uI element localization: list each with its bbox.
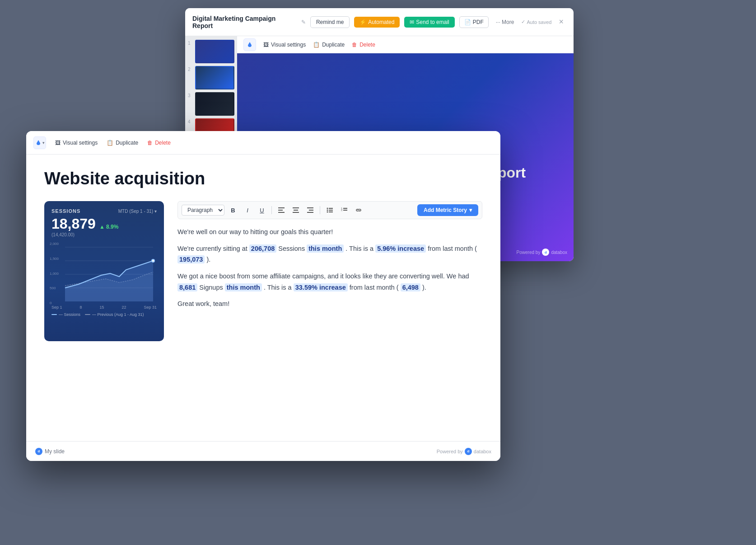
duplicate-icon-front: 📋 xyxy=(107,140,113,146)
slide-toolbar: 🖼 Visual settings 📋 Duplicate 🗑 Delete xyxy=(237,36,574,53)
add-metric-story-button[interactable]: Add Metric Story ▾ xyxy=(417,204,478,216)
svg-rect-10 xyxy=(293,212,299,213)
back-window-title: Digital Marketing Campaign Report xyxy=(192,15,297,29)
svg-text:2.: 2. xyxy=(341,209,343,211)
edit-title-icon[interactable]: ✎ xyxy=(301,19,306,25)
sessions-change-highlight: 5.96% increase xyxy=(375,244,426,253)
slide-image-3 xyxy=(195,92,234,116)
toolbar-divider-1 xyxy=(271,206,272,214)
editor-content: We're well on our way to hitting our goa… xyxy=(177,226,482,310)
bold-button[interactable]: B xyxy=(227,204,239,216)
align-center-icon xyxy=(293,207,299,213)
unordered-list-button[interactable] xyxy=(324,204,336,216)
page-title: Website acquisition xyxy=(44,169,482,188)
databox-logo-back: d xyxy=(542,249,549,256)
paragraph-format-select[interactable]: Paragraph xyxy=(182,205,224,216)
legend-previous-dot xyxy=(85,314,90,315)
dropdown-arrow-icon: ▾ xyxy=(42,141,45,145)
sessions-value-highlight: 206,708 xyxy=(249,244,276,253)
legend-sessions: — Sessions xyxy=(51,312,80,317)
svg-rect-12 xyxy=(309,210,313,211)
link-icon xyxy=(355,207,362,213)
sessions-chart xyxy=(51,243,155,301)
pdf-button[interactable]: 📄 PDF xyxy=(459,16,489,28)
slide-image-2 xyxy=(195,66,234,89)
legend-sessions-dot xyxy=(51,314,57,315)
svg-rect-23 xyxy=(343,210,347,211)
svg-rect-17 xyxy=(329,210,333,211)
visual-settings-btn-front[interactable]: 🖼 Visual settings xyxy=(55,140,98,146)
powered-by-back: Powered by d databox xyxy=(517,249,567,256)
svg-rect-13 xyxy=(307,212,313,213)
content-line-2: We're currently sitting at 206,708 Sessi… xyxy=(177,243,482,265)
front-toolbar: ▾ 🖼 Visual settings 📋 Duplicate 🗑 Delete xyxy=(26,131,500,155)
text-content-area: Paragraph B I U xyxy=(177,201,482,341)
svg-rect-11 xyxy=(307,207,313,208)
mtd-dropdown-icon: ▾ xyxy=(154,209,157,214)
front-droplet-icon xyxy=(35,140,42,146)
svg-point-16 xyxy=(327,210,328,211)
visual-settings-icon-front: 🖼 xyxy=(55,140,61,146)
front-theme-dropdown[interactable]: ▾ xyxy=(33,136,46,149)
content-line-3: We got a nice boost from some affiliate … xyxy=(177,271,482,293)
duplicate-btn-back[interactable]: 📋 Duplicate xyxy=(313,42,345,48)
content-closing: Great work, team! xyxy=(177,298,482,310)
list-ol-icon: 1.2. xyxy=(341,207,347,213)
chart-mtd: MTD (Sep 1 - 31) ▾ xyxy=(118,209,157,214)
legend-previous: — Previous (Aug 1 - Aug 31) xyxy=(85,312,144,317)
my-slide-label: d My slide xyxy=(35,448,65,455)
signups-change-highlight: 33.59% increase xyxy=(294,283,348,291)
italic-button[interactable]: I xyxy=(242,204,253,216)
signups-prev-highlight: 6,498 xyxy=(401,283,420,291)
send-icon: ✉ xyxy=(410,19,414,25)
signups-value-highlight: 8,681 xyxy=(177,283,197,291)
chart-x-labels: Sep 1 8 15 22 Sep 31 xyxy=(51,305,157,310)
front-content: Website acquisition SESSIONS MTD (Sep 1 … xyxy=(26,155,500,350)
chart-legend: — Sessions — Previous (Aug 1 - Aug 31) xyxy=(51,312,157,317)
delete-btn-back[interactable]: 🗑 Delete xyxy=(352,42,375,48)
delete-icon-front: 🗑 xyxy=(147,140,153,146)
delete-icon: 🗑 xyxy=(352,42,357,48)
align-right-button[interactable] xyxy=(304,204,316,216)
droplet-icon xyxy=(247,42,253,48)
svg-rect-15 xyxy=(329,208,333,209)
slide-thumb-2[interactable]: 2 xyxy=(188,66,234,89)
align-left-icon xyxy=(278,207,285,213)
slide-thumb-3[interactable]: 3 xyxy=(188,92,234,116)
chart-prev: (14,420.00) xyxy=(51,232,157,237)
databox-logo-front: d xyxy=(465,448,472,455)
editor-toolbar: Paragraph B I U xyxy=(177,201,482,219)
my-slide-icon: d xyxy=(35,448,42,455)
close-button[interactable]: × xyxy=(556,16,566,28)
pdf-icon: 📄 xyxy=(464,19,471,25)
align-left-button[interactable] xyxy=(275,204,287,216)
chart-label: SESSIONS xyxy=(51,208,80,214)
automated-icon: ⚡ xyxy=(359,19,366,25)
underline-button[interactable]: U xyxy=(256,204,268,216)
delete-btn-front[interactable]: 🗑 Delete xyxy=(147,140,171,146)
svg-rect-5 xyxy=(278,207,285,208)
ordered-list-button[interactable]: 1.2. xyxy=(338,204,350,216)
chart-change: ▲ 8.9% xyxy=(99,224,119,230)
remind-button[interactable]: Remind me xyxy=(310,16,350,28)
auto-saved-status: ✓ Auto saved xyxy=(521,19,551,25)
slide-thumb-1[interactable]: 1 xyxy=(188,40,234,63)
front-footer: d My slide Powered by d databox xyxy=(26,441,500,461)
duplicate-btn-front[interactable]: 📋 Duplicate xyxy=(107,140,138,146)
link-button[interactable] xyxy=(353,204,364,216)
chart-header: SESSIONS MTD (Sep 1 - 31) ▾ xyxy=(51,208,157,214)
align-right-icon xyxy=(307,207,313,213)
automated-button[interactable]: ⚡ Automated xyxy=(354,17,400,28)
list-ul-icon xyxy=(327,207,333,213)
svg-rect-19 xyxy=(329,211,333,212)
theme-dropdown[interactable] xyxy=(243,38,256,51)
visual-settings-btn-back[interactable]: 🖼 Visual settings xyxy=(263,42,306,48)
back-titlebar: Digital Marketing Campaign Report ✎ Remi… xyxy=(185,8,574,36)
svg-rect-6 xyxy=(278,210,283,211)
svg-point-4 xyxy=(152,259,154,262)
align-center-button[interactable] xyxy=(290,204,302,216)
more-button[interactable]: ··· More xyxy=(493,17,517,28)
svg-point-14 xyxy=(327,208,328,209)
send-email-button[interactable]: ✉ Send to email xyxy=(404,17,454,28)
svg-point-18 xyxy=(327,211,328,213)
